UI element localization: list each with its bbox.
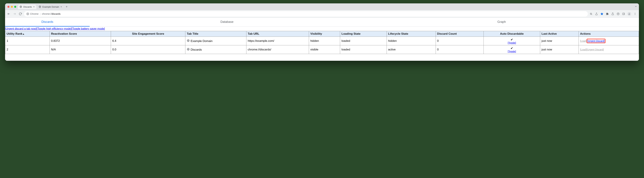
address-bar[interactable]: Chrome | chrome://discards — [24, 11, 588, 16]
close-icon[interactable]: × — [33, 6, 35, 8]
col-tab-url[interactable]: Tab URL — [246, 31, 309, 37]
discards-table: Utility Rank▲ Reactivation Score Site En… — [5, 31, 639, 54]
browser-tab-discards[interactable]: Discards × — [18, 4, 36, 9]
svg-marker-11 — [601, 13, 603, 15]
toolbar-actions — [590, 12, 637, 16]
col-lifecycle-state[interactable]: Lifecycle State — [386, 31, 436, 37]
zoom-icon[interactable] — [590, 12, 592, 16]
cell-lifecycle-state: active — [386, 45, 436, 54]
col-reactivation-score[interactable]: Reactivation Score — [50, 31, 111, 37]
cell-tab-title: Example Domain — [185, 37, 246, 45]
browser-window: Discards × Example Domain × + — [5, 4, 639, 61]
load-action-link[interactable]: [Load] — [580, 48, 587, 51]
profile-avatar[interactable] — [628, 12, 631, 16]
cell-tab-title: Discards — [185, 45, 246, 54]
new-tab-button[interactable]: + — [64, 4, 69, 9]
cell-site-engagement-score: 0.0 — [111, 45, 185, 54]
cell-discard-count: 0 — [436, 37, 484, 45]
svg-point-20 — [635, 14, 636, 15]
omnibox-separator: | — [40, 12, 40, 15]
col-loading-state[interactable]: Loading State — [340, 31, 387, 37]
col-utility-rank[interactable]: Utility Rank▲ — [5, 31, 50, 37]
cell-site-engagement-score: 6.4 — [111, 37, 185, 45]
toggle-high-efficiency-link[interactable]: [Toggle high efficiency mode] — [37, 27, 72, 30]
globe-icon — [187, 39, 190, 42]
reload-button[interactable] — [18, 12, 22, 16]
browser-toolbar: Chrome | chrome://discards — [5, 10, 639, 18]
table-header-row: Utility Rank▲ Reactivation Score Site En… — [5, 31, 639, 37]
share-icon[interactable] — [595, 12, 598, 16]
svg-point-19 — [635, 14, 636, 14]
toggle-battery-saver-link[interactable]: [Toggle battery saver mode] — [72, 27, 105, 30]
page-content: Discards Database Graph [Urgent discard … — [5, 18, 639, 61]
back-button[interactable] — [7, 12, 11, 16]
urgent-discard-action-link[interactable]: [Urgent Discard] — [587, 48, 604, 51]
window-controls — [7, 6, 16, 8]
cell-actions: [Load][Urgent Discard] — [579, 37, 639, 45]
cell-tab-url: chrome://discards/ — [246, 45, 309, 54]
col-actions[interactable]: Actions — [579, 31, 639, 37]
cell-visibility: hidden — [309, 37, 340, 45]
cell-actions: [Load][Urgent Discard] — [579, 45, 639, 54]
load-action-link[interactable]: [Load] — [580, 40, 587, 42]
cell-reactivation-score: N/A — [50, 45, 111, 54]
col-auto-discardable[interactable]: Auto Discardable — [484, 31, 540, 37]
window-minimize-button[interactable] — [11, 6, 13, 8]
forward-button[interactable] — [12, 12, 16, 16]
svg-point-5 — [27, 13, 28, 14]
site-context-label: Chrome — [30, 12, 38, 15]
bookmark-star-icon[interactable] — [600, 12, 604, 16]
cell-last-active: just now — [540, 37, 579, 45]
browser-tab-strip: Discards × Example Domain × + — [18, 4, 633, 9]
check-icon: ✔ — [510, 46, 513, 50]
global-action-links: [Urgent discard a tab now][Toggle high e… — [5, 26, 639, 31]
window-close-button[interactable] — [8, 6, 10, 8]
cell-tab-url: https://example.com/ — [246, 37, 309, 45]
cell-reactivation-score: 0.8372 — [50, 37, 111, 45]
globe-icon — [39, 6, 41, 8]
cell-visibility: visible — [309, 45, 340, 54]
cell-auto-discardable: ✔[Toggle] — [484, 37, 540, 45]
side-panel-icon[interactable] — [622, 12, 625, 16]
sort-asc-icon: ▲ — [22, 33, 25, 35]
svg-rect-15 — [622, 13, 624, 15]
menu-icon[interactable] — [634, 12, 636, 16]
svg-point-4 — [26, 13, 29, 15]
cell-loading-state: loaded — [340, 37, 387, 45]
table-row: 10.83726.4 Example Domainhttps://example… — [5, 37, 639, 45]
col-tab-title[interactable]: Tab Title — [185, 31, 246, 37]
browser-tab-label: Example Domain — [42, 6, 59, 8]
globe-icon — [187, 48, 190, 51]
tab-overflow-button[interactable] — [634, 5, 637, 8]
extensions-icon[interactable] — [606, 12, 609, 16]
window-maximize-button[interactable] — [14, 6, 16, 8]
site-info-button[interactable]: Chrome — [26, 12, 38, 15]
tab-title-text: Discards — [190, 48, 202, 51]
update-icon[interactable] — [616, 12, 620, 16]
page-tab-bar: Discards Database Graph — [5, 18, 639, 26]
tab-database[interactable]: Database — [90, 18, 364, 26]
urgent-discard-tab-link[interactable]: [Urgent discard a tab now] — [5, 27, 37, 30]
highlight-annotation: [Urgent Discard] — [587, 39, 606, 43]
cell-utility-rank: 1 — [5, 37, 50, 45]
auto-discardable-toggle-link[interactable]: [Toggle] — [485, 50, 539, 53]
url-text: chrome://discards — [42, 12, 60, 15]
browser-tab-example-domain[interactable]: Example Domain × — [37, 4, 64, 9]
close-icon[interactable]: × — [60, 6, 62, 8]
col-discard-count[interactable]: Discard Count — [436, 31, 484, 37]
col-last-active[interactable]: Last Active — [540, 31, 579, 37]
auto-discardable-toggle-link[interactable]: [Toggle] — [485, 42, 539, 44]
cell-utility-rank: 2 — [5, 45, 50, 54]
labs-icon[interactable] — [611, 12, 614, 16]
check-icon: ✔ — [510, 38, 513, 41]
svg-line-9 — [592, 14, 592, 15]
col-visibility[interactable]: Visibility — [309, 31, 340, 37]
cell-discard-count: 0 — [436, 45, 484, 54]
tab-graph[interactable]: Graph — [364, 18, 639, 26]
cell-auto-discardable: ✔[Toggle] — [484, 45, 540, 54]
cell-lifecycle-state: hidden — [386, 37, 436, 45]
window-titlebar: Discards × Example Domain × + — [5, 4, 639, 10]
tab-discards[interactable]: Discards — [5, 18, 90, 26]
urgent-discard-action-link[interactable]: [Urgent Discard] — [588, 40, 604, 42]
col-site-engagement-score[interactable]: Site Engagement Score — [111, 31, 185, 37]
